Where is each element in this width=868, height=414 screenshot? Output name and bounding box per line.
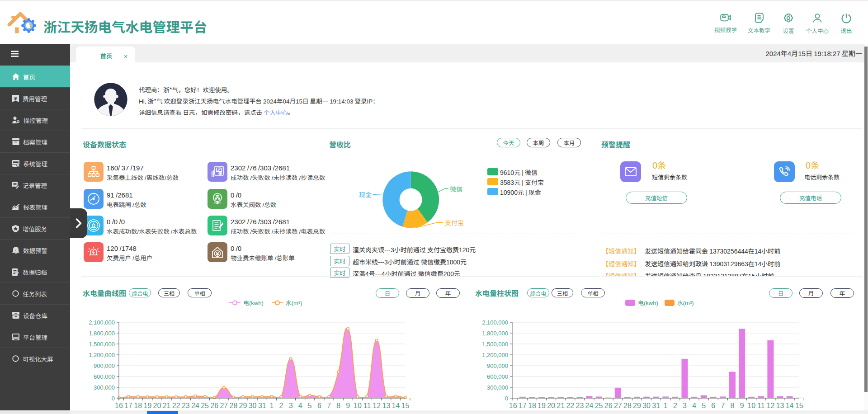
svg-text:0: 0 (112, 395, 115, 402)
svg-text:900,000: 900,000 (487, 362, 508, 369)
svg-text:1,800,000: 1,800,000 (89, 330, 115, 337)
svg-text:4: 4 (692, 402, 696, 409)
svg-text:12: 12 (767, 402, 775, 409)
svg-text:26: 26 (210, 402, 218, 409)
svg-text:1,800,000: 1,800,000 (482, 330, 508, 337)
svg-text:2,100,000: 2,100,000 (482, 319, 508, 326)
svg-text:11: 11 (757, 402, 765, 409)
svg-text:20: 20 (153, 402, 161, 409)
svg-text:6: 6 (317, 402, 321, 409)
svg-text:25: 25 (201, 402, 209, 409)
svg-text:29: 29 (633, 402, 641, 409)
svg-text:30: 30 (249, 402, 257, 409)
svg-text:28: 28 (623, 402, 632, 409)
svg-text:22: 22 (566, 402, 574, 409)
svg-text:8: 8 (731, 402, 735, 409)
svg-text:1,500,000: 1,500,000 (482, 341, 508, 348)
svg-text:10: 10 (747, 402, 755, 409)
svg-text:2: 2 (673, 402, 677, 409)
svg-text:8: 8 (336, 402, 340, 409)
svg-text:11: 11 (363, 402, 371, 409)
svg-text:2,100,000: 2,100,000 (89, 319, 115, 326)
svg-text:25: 25 (595, 402, 603, 409)
svg-text:微信: 微信 (450, 184, 462, 193)
svg-text:18: 18 (134, 402, 142, 409)
svg-text:1,200,000: 1,200,000 (482, 352, 508, 358)
svg-text:15: 15 (401, 402, 410, 409)
svg-text:13: 13 (776, 402, 784, 409)
svg-text:22: 22 (172, 402, 180, 409)
svg-text:5: 5 (308, 402, 312, 409)
svg-text:15: 15 (795, 402, 803, 409)
svg-text:28: 28 (230, 402, 238, 409)
svg-text:12: 12 (373, 402, 381, 409)
svg-text:19: 19 (144, 402, 152, 409)
svg-text:600,000: 600,000 (487, 373, 508, 380)
svg-text:24: 24 (191, 402, 199, 409)
svg-text:19: 19 (538, 402, 546, 409)
svg-text:16: 16 (115, 402, 123, 409)
svg-text:14: 14 (392, 402, 400, 409)
svg-text:9: 9 (740, 402, 744, 409)
svg-text:5: 5 (702, 402, 706, 409)
svg-text:300,000: 300,000 (94, 384, 115, 391)
svg-text:31: 31 (258, 402, 266, 409)
svg-text:24: 24 (585, 402, 594, 409)
svg-text:1: 1 (664, 402, 668, 409)
svg-text:21: 21 (163, 402, 171, 409)
svg-text:300,000: 300,000 (487, 384, 508, 391)
svg-text:1,500,000: 1,500,000 (89, 341, 115, 348)
svg-text:3: 3 (683, 402, 687, 409)
svg-text:17: 17 (124, 402, 132, 409)
svg-text:现金: 现金 (359, 190, 372, 199)
svg-text:29: 29 (239, 402, 247, 409)
svg-text:6: 6 (711, 402, 715, 409)
svg-text:18: 18 (528, 402, 536, 409)
svg-text:13: 13 (382, 402, 390, 409)
svg-text:10: 10 (354, 402, 362, 409)
svg-text:20: 20 (547, 402, 555, 409)
svg-text:17: 17 (519, 402, 527, 409)
svg-text:9: 9 (346, 402, 350, 409)
svg-text:27: 27 (614, 402, 622, 409)
svg-text:30: 30 (642, 402, 651, 409)
svg-text:支付宝: 支付宝 (445, 218, 464, 227)
svg-text:7: 7 (327, 402, 331, 409)
svg-text:26: 26 (604, 402, 613, 409)
svg-text:600,000: 600,000 (94, 373, 115, 380)
svg-text:14: 14 (786, 402, 794, 409)
svg-text:7: 7 (721, 402, 725, 409)
svg-text:0: 0 (505, 395, 508, 402)
svg-text:3: 3 (289, 402, 293, 409)
svg-text:900,000: 900,000 (94, 362, 115, 369)
svg-text:23: 23 (576, 402, 584, 409)
svg-text:31: 31 (652, 402, 660, 409)
svg-text:21: 21 (557, 402, 565, 409)
svg-text:27: 27 (220, 402, 228, 409)
svg-text:16: 16 (509, 402, 517, 409)
svg-text:23: 23 (182, 402, 190, 409)
svg-text:1: 1 (269, 402, 274, 409)
svg-text:2: 2 (279, 402, 283, 409)
svg-text:1,200,000: 1,200,000 (89, 352, 115, 358)
svg-text:4: 4 (298, 402, 302, 409)
